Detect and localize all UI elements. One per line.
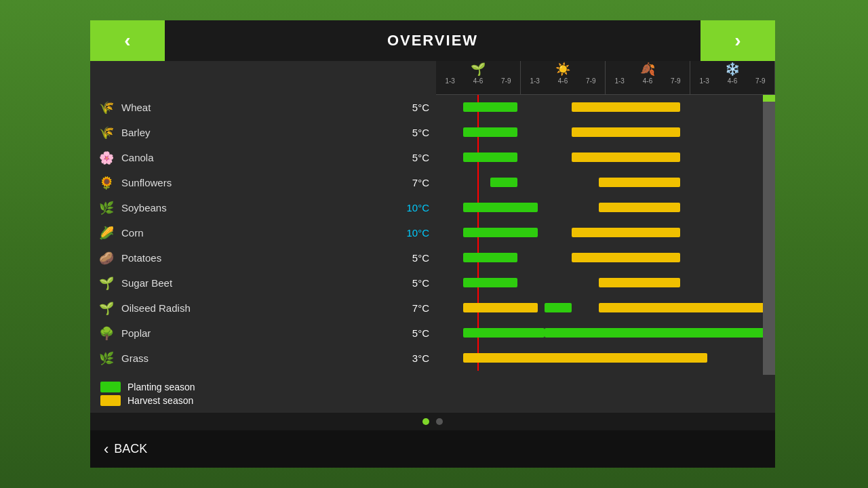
crop-temp: 5°C	[395, 102, 429, 113]
svg-rect-10	[599, 203, 680, 212]
crop-name: Grass	[121, 352, 395, 364]
season-winter: ❄️ 1-3 4-6 7-9	[690, 61, 775, 94]
winter-icon: ❄️	[725, 62, 740, 77]
crop-list-overlay: 🌾 Wheat 5°C 🌾 Barley 5°C 🌸 Canola 5°C 🌻 …	[90, 61, 436, 371]
svg-rect-5	[463, 152, 517, 162]
crop-icon: 🌳	[97, 324, 116, 343]
bottom-section: Planting season Harvest season ‹ BACK	[90, 375, 775, 468]
crop-icon: 🌱	[97, 274, 116, 293]
crop-row: 🌿 Grass 3°C	[90, 346, 436, 371]
legend-planting-label: Planting season	[127, 382, 195, 392]
autumn-icon: 🍂	[640, 62, 655, 77]
svg-rect-6	[572, 152, 680, 162]
back-button[interactable]: ‹ BACK	[104, 441, 147, 458]
winter-sub-1: 1-3	[690, 77, 718, 85]
svg-rect-13	[463, 253, 517, 262]
crop-icon: 🌻	[97, 174, 116, 192]
page-dot-1[interactable]	[422, 418, 429, 425]
spring-sub-2: 4-6	[464, 77, 492, 85]
crop-name: Sugar Beet	[121, 277, 395, 289]
crop-name: Canola	[121, 152, 395, 163]
crop-temp: 10°C	[395, 227, 429, 239]
autumn-sub-2: 4-6	[633, 77, 661, 85]
prev-button[interactable]: ‹	[90, 20, 165, 61]
season-summer: ☀️ 1-3 4-6 7-9	[521, 61, 606, 94]
season-autumn: 🍂 1-3 4-6 7-9	[606, 61, 690, 94]
svg-rect-14	[572, 253, 680, 262]
svg-rect-21	[545, 328, 775, 338]
summer-sub-3: 7-9	[577, 77, 605, 85]
crop-icon: 🥔	[97, 249, 116, 268]
back-label: BACK	[114, 442, 147, 456]
next-icon: ›	[734, 30, 741, 52]
crop-temp: 5°C	[395, 327, 429, 339]
crop-icon: 🌸	[97, 148, 116, 167]
crop-row: 🌱 Sugar Beet 5°C	[90, 270, 436, 296]
svg-rect-9	[463, 203, 538, 212]
svg-rect-2	[572, 102, 680, 112]
autumn-sub-1: 1-3	[606, 77, 633, 85]
svg-rect-18	[545, 303, 572, 312]
summer-sub-1: 1-3	[521, 77, 549, 85]
crop-name: Potatoes	[121, 252, 395, 264]
crop-row: 🥔 Potatoes 5°C	[90, 245, 436, 270]
svg-rect-12	[572, 228, 680, 237]
svg-rect-3	[463, 127, 517, 137]
legend: Planting season Harvest season	[90, 375, 775, 413]
crop-row: 🌾 Wheat 5°C	[90, 95, 436, 120]
next-button[interactable]: ›	[701, 20, 775, 61]
spring-sub-1: 1-3	[436, 77, 464, 85]
crop-name: Wheat	[121, 102, 395, 113]
crop-temp: 5°C	[395, 152, 429, 163]
crop-icon: 🌾	[97, 123, 116, 142]
season-header: 🌱 1-3 4-6 7-9 ☀️ 1-3 4-6 7-9	[436, 61, 775, 95]
legend-planting-color	[100, 382, 121, 392]
scrollbar-track[interactable]	[763, 61, 775, 375]
summer-sub-2: 4-6	[549, 77, 576, 85]
pagination	[90, 413, 775, 430]
crop-icon: 🌽	[97, 224, 116, 243]
crop-temp: 5°C	[395, 252, 429, 264]
svg-rect-11	[463, 228, 538, 237]
crop-temp: 10°C	[395, 202, 429, 214]
chart-wrapper: 🌱 1-3 4-6 7-9 ☀️ 1-3 4-6 7-9	[436, 61, 775, 375]
crop-row: 🌱 Oilseed Radish 7°C	[90, 296, 436, 321]
winter-sub-2: 4-6	[718, 77, 746, 85]
page-title: OVERVIEW	[165, 32, 701, 49]
season-spring: 🌱 1-3 4-6 7-9	[436, 61, 521, 94]
autumn-sub-3: 7-9	[662, 77, 690, 85]
svg-rect-19	[599, 303, 775, 312]
svg-rect-8	[599, 178, 680, 187]
crop-row: 🌸 Canola 5°C	[90, 145, 436, 170]
summer-icon: ☀️	[555, 62, 570, 77]
crop-name: Barley	[121, 127, 395, 138]
crop-row: 🌻 Sunflowers 7°C	[90, 170, 436, 195]
svg-rect-17	[463, 303, 538, 312]
prev-icon: ‹	[124, 30, 130, 52]
svg-rect-20	[463, 328, 545, 338]
crop-icon: 🌱	[97, 299, 116, 318]
crop-icon: 🌿	[97, 199, 116, 218]
crop-icon: 🌾	[97, 98, 116, 117]
crop-row: 🌿 Soybeans 10°C	[90, 195, 436, 220]
crop-row: 🌾 Barley 5°C	[90, 120, 436, 145]
crop-name: Soybeans	[121, 202, 395, 214]
crop-row: 🌳 Poplar 5°C	[90, 321, 436, 346]
crop-name: Oilseed Radish	[121, 302, 395, 314]
back-chevron-icon: ‹	[104, 441, 108, 458]
crop-temp: 3°C	[395, 352, 429, 364]
legend-harvest-label: Harvest season	[127, 395, 193, 406]
crop-temp: 5°C	[395, 277, 429, 289]
winter-sub-3: 7-9	[747, 77, 774, 85]
svg-rect-1	[463, 102, 517, 112]
crop-name: Sunflowers	[121, 177, 395, 188]
svg-rect-22	[463, 353, 707, 363]
svg-rect-7	[490, 178, 517, 187]
svg-rect-15	[463, 278, 517, 287]
legend-planting: Planting season	[100, 382, 765, 392]
crop-icon: 🌿	[97, 349, 116, 368]
crop-temp: 7°C	[395, 177, 429, 188]
back-bar: ‹ BACK	[90, 430, 775, 468]
legend-harvest-color	[100, 395, 121, 406]
page-dot-2[interactable]	[436, 418, 443, 425]
